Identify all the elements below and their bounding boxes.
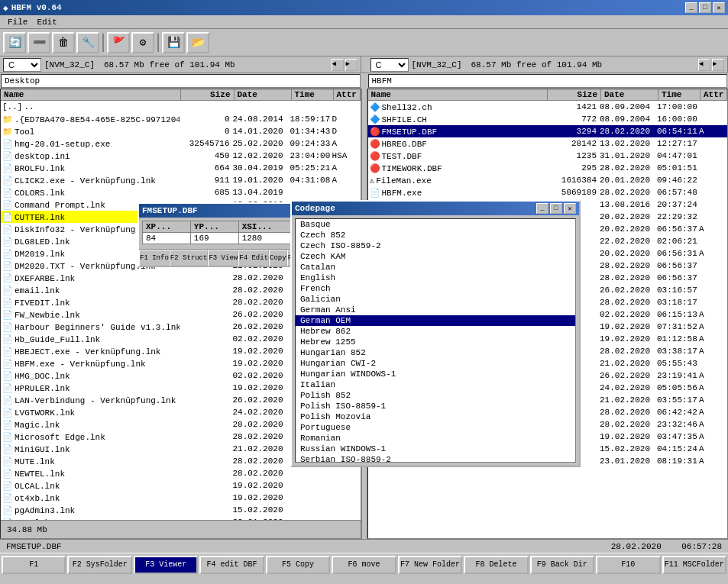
right-file-row[interactable]: 🔴HBREG.DBF 28142 13.02.2020 12:27:17 bbox=[368, 137, 728, 150]
left-file-row[interactable]: 📄hmg-20.01-setup.exe 32545716 25.02.2020… bbox=[1, 137, 361, 150]
codepage-item[interactable]: Basque bbox=[296, 219, 575, 230]
codepage-item[interactable]: Serbian ISO-8859-2 bbox=[296, 454, 575, 463]
codepage-item[interactable]: Russian WINDOWS-1 bbox=[296, 444, 575, 454]
right-header-date[interactable]: Date bbox=[601, 89, 658, 100]
bottom-button[interactable]: F8 Delete bbox=[464, 556, 528, 574]
bottom-button[interactable]: F1 bbox=[2, 556, 66, 574]
toolbar-refresh[interactable]: 🔄 bbox=[3, 32, 26, 53]
left-file-row[interactable]: 📄BROLFU.lnk 664 30.04.2019 05:25:21 A bbox=[1, 162, 361, 174]
codepage-item[interactable]: Hungarian WINDOWS-1 bbox=[296, 369, 575, 379]
fn-button[interactable]: F1 Info bbox=[139, 250, 170, 266]
bottom-button[interactable]: F11 MSCFolder bbox=[662, 556, 726, 574]
menu-file[interactable]: File bbox=[3, 15, 32, 28]
left-file-row[interactable]: 📁Tool 0 14.01.2020 01:34:43 D bbox=[1, 125, 361, 137]
toolbar-wrench[interactable]: 🔧 bbox=[76, 32, 99, 53]
drive-nav-left-right[interactable]: ◀ bbox=[698, 59, 710, 71]
file-size: 32545716 bbox=[180, 139, 233, 148]
bottom-toolbar: F1F2 SysFolderF3 ViewerF4 edit DBFF5 Cop… bbox=[0, 553, 728, 576]
right-file-row[interactable]: 🔴FMSETUP.DBF 3294 28.02.2020 06:54:11 A bbox=[368, 125, 728, 137]
bottom-button[interactable]: F3 Viewer bbox=[134, 556, 198, 574]
left-file-row[interactable]: 📄COLORS.lnk 685 13.04.2019 bbox=[1, 186, 361, 198]
left-header-name[interactable]: Name bbox=[1, 89, 181, 100]
codepage-item[interactable]: Catalan bbox=[296, 262, 575, 273]
bottom-button[interactable]: F9 Back Dir bbox=[530, 556, 594, 574]
toolbar-delete[interactable]: 🗑 bbox=[52, 32, 75, 53]
bottom-button[interactable]: F6 move bbox=[332, 556, 396, 574]
left-header-attr[interactable]: Attr bbox=[334, 89, 361, 100]
codepage-item[interactable]: Hebrew 1255 bbox=[296, 337, 575, 347]
drive-nav-right-left[interactable]: ▶ bbox=[345, 59, 358, 71]
codepage-item[interactable]: German Ansi bbox=[296, 305, 575, 315]
codepage-item[interactable]: Romanian bbox=[296, 433, 575, 444]
bottom-button[interactable]: F2 SysFolder bbox=[67, 556, 131, 574]
left-header-time[interactable]: Time bbox=[292, 89, 334, 100]
toolbar-minus[interactable]: ➖ bbox=[28, 32, 50, 53]
fn-button[interactable]: F2 Struct bbox=[170, 250, 209, 266]
file-icon: 📄 bbox=[2, 274, 13, 283]
bottom-button[interactable]: F4 edit DBF bbox=[199, 556, 264, 574]
codepage-item[interactable]: Czech 852 bbox=[296, 230, 575, 240]
close-button[interactable]: ✕ bbox=[713, 2, 725, 13]
codepage-item[interactable]: Czech KAM bbox=[296, 251, 575, 262]
left-file-row[interactable]: 📄ot4xb.lnk 19.02.2020 bbox=[1, 492, 361, 504]
bottom-button[interactable]: F10 bbox=[596, 556, 660, 574]
bottom-button[interactable]: F5 Copy bbox=[266, 556, 330, 574]
left-header-size[interactable]: Size bbox=[181, 89, 235, 100]
codepage-minimize-btn[interactable]: _ bbox=[536, 203, 548, 214]
codepage-list[interactable]: BasqueCzech 852Czech ISO-8859-2Czech KAM… bbox=[295, 218, 576, 463]
right-file-row[interactable]: 📄HBFM.exe 5069189 28.02.2020 06:57:48 bbox=[368, 186, 728, 198]
codepage-item[interactable]: Portuguese bbox=[296, 422, 575, 433]
drive-select-right[interactable]: C bbox=[370, 58, 409, 72]
toolbar-folder[interactable]: 📂 bbox=[186, 32, 209, 53]
left-file-row[interactable]: 📄NEWTEL.lnk 28.02.2020 bbox=[1, 467, 361, 479]
codepage-item[interactable]: Polish ISO-8859-1 bbox=[296, 401, 575, 411]
left-file-row[interactable]: [..].. bbox=[1, 101, 361, 113]
right-file-row[interactable]: 🔴TEST.DBF 1235 31.01.2020 04:47:01 bbox=[368, 150, 728, 162]
right-header-name[interactable]: Name bbox=[368, 89, 548, 100]
toolbar-flag[interactable]: 🚩 bbox=[107, 32, 130, 53]
right-header-size[interactable]: Size bbox=[548, 89, 601, 100]
file-time: 07:31:52 bbox=[657, 322, 699, 331]
codepage-item[interactable]: Polish 852 bbox=[296, 390, 575, 401]
fn-button[interactable]: F3 View bbox=[208, 250, 238, 266]
codepage-item[interactable]: Hungarian 852 bbox=[296, 347, 575, 358]
codepage-item[interactable]: Hebrew 862 bbox=[296, 326, 575, 337]
file-attr: A bbox=[699, 444, 726, 453]
codepage-item[interactable]: French bbox=[296, 283, 575, 294]
codepage-item[interactable]: English bbox=[296, 273, 575, 283]
maximize-button[interactable]: □ bbox=[699, 2, 711, 13]
title-bar: ◆ HBFM v0.64 _ □ ✕ bbox=[0, 0, 728, 15]
left-file-row[interactable]: 📄desktop.ini 450 12.02.2020 23:04:00 HSA bbox=[1, 150, 361, 162]
left-file-row[interactable]: 📄CLICK2.exe - Verknüpfung.lnk 911 19.01.… bbox=[1, 174, 361, 186]
drive-bar-left: C [NVM_32_C] 68.57 Mb free of 101.94 Mb … bbox=[0, 56, 361, 73]
left-file-row[interactable]: 📁.{ED7BA470-8E54-465E-825C-99712043E01..… bbox=[1, 113, 361, 125]
bottom-button[interactable]: F7 New Folder bbox=[398, 556, 462, 574]
minimize-button[interactable]: _ bbox=[685, 2, 697, 13]
toolbar-disk[interactable]: 💾 bbox=[162, 32, 185, 53]
left-file-row[interactable]: 📄pgAdmin3.lnk 15.02.2020 bbox=[1, 504, 361, 516]
right-file-row[interactable]: 🔴TIMEWORK.DBF 295 28.02.2020 05:01:51 bbox=[368, 162, 728, 174]
right-file-row[interactable]: 🔷Shell32.ch 1421 08.09.2004 17:00:00 bbox=[368, 101, 728, 113]
codepage-maximize-btn[interactable]: □ bbox=[550, 203, 562, 214]
codepage-item[interactable]: Galician bbox=[296, 294, 575, 305]
codepage-close-btn[interactable]: ✕ bbox=[564, 203, 576, 214]
right-file-row[interactable]: ⚠FileMan.exe 1616384 20.01.2020 09:46:22 bbox=[368, 174, 728, 186]
left-header-date[interactable]: Date bbox=[235, 89, 292, 100]
file-attr: A bbox=[699, 347, 726, 356]
left-file-row[interactable]: 📄OLCAL.lnk 19.02.2020 bbox=[1, 479, 361, 492]
menu-edit[interactable]: Edit bbox=[32, 15, 61, 28]
codepage-item[interactable]: Italian bbox=[296, 379, 575, 390]
codepage-item[interactable]: German OEM bbox=[296, 315, 575, 326]
codepage-item[interactable]: Czech ISO-8859-2 bbox=[296, 240, 575, 251]
toolbar-gear[interactable]: ⚙ bbox=[131, 32, 154, 53]
codepage-item[interactable]: Hungarian CWI-2 bbox=[296, 358, 575, 369]
right-header-time[interactable]: Time bbox=[658, 89, 700, 100]
right-header-attr[interactable]: Attr bbox=[700, 89, 727, 100]
drive-nav-left[interactable]: ◀ bbox=[332, 59, 344, 71]
codepage-item[interactable]: Polish Mozovia bbox=[296, 411, 575, 422]
drive-select-left[interactable]: C bbox=[3, 58, 41, 72]
fn-button[interactable]: Copy bbox=[269, 250, 287, 266]
fn-button[interactable]: F4 Edit bbox=[238, 250, 269, 266]
right-file-row[interactable]: 🔷SHFILE.CH 772 08.09.2004 16:00:00 bbox=[368, 113, 728, 125]
drive-nav-right-right[interactable]: ▶ bbox=[712, 59, 724, 71]
